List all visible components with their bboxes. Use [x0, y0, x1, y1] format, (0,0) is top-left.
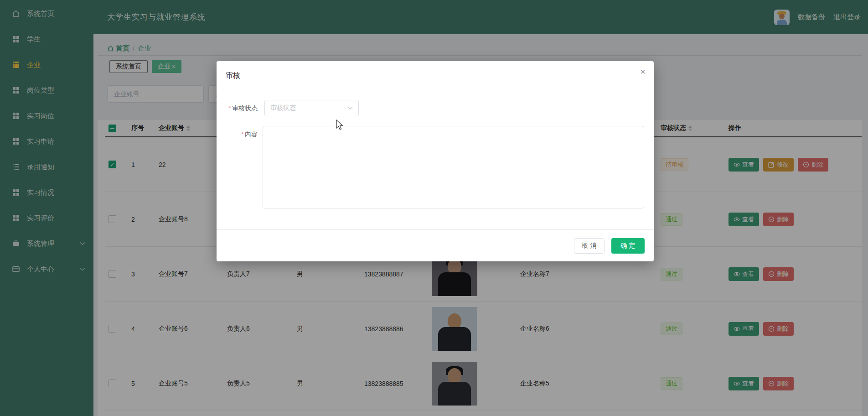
cancel-button[interactable]: 取 消: [574, 238, 604, 254]
app-root: 系统首页 学生 企业 岗位类型 实习岗位 实习申请 录用通知 实习情况: [0, 0, 868, 416]
status-select[interactable]: 审核状态: [264, 100, 359, 116]
modal-title: 审核: [226, 71, 240, 81]
close-icon[interactable]: ×: [640, 67, 646, 77]
content-textarea[interactable]: [263, 126, 644, 208]
confirm-button[interactable]: 确 定: [611, 238, 645, 254]
chevron-down-icon: [347, 106, 353, 110]
status-select-placeholder: 审核状态: [270, 104, 296, 112]
required-asterisk: *: [242, 130, 244, 138]
status-field-label: *审核状态: [227, 104, 258, 113]
required-asterisk: *: [229, 104, 231, 112]
content-field-label: *内容: [227, 130, 258, 139]
modal-footer: 取 消 确 定: [217, 229, 654, 261]
review-modal: 审核 × *审核状态 审核状态 *内容 取 消 确 定: [217, 61, 654, 261]
mouse-cursor: [336, 120, 344, 130]
